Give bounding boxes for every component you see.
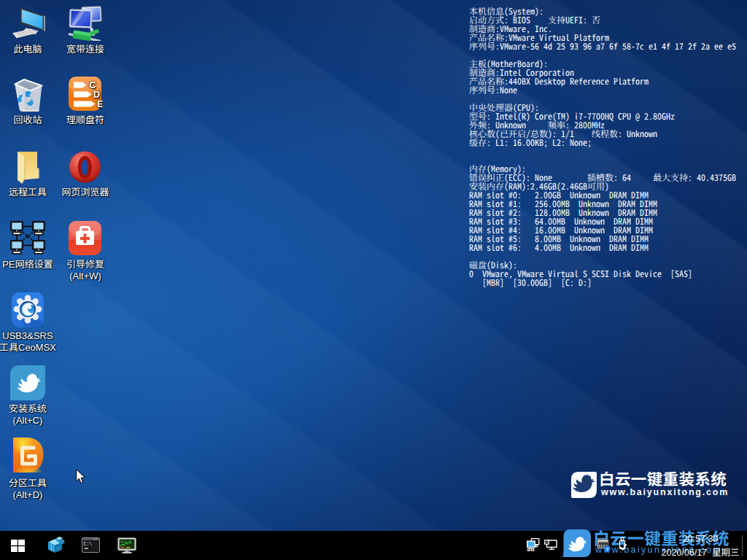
svg-text:D: D <box>93 90 100 100</box>
svg-text:C:\: C:\ <box>84 542 93 547</box>
svg-text:C: C <box>90 80 96 90</box>
svg-text:?: ? <box>605 546 609 553</box>
svg-text:E: E <box>97 99 103 109</box>
